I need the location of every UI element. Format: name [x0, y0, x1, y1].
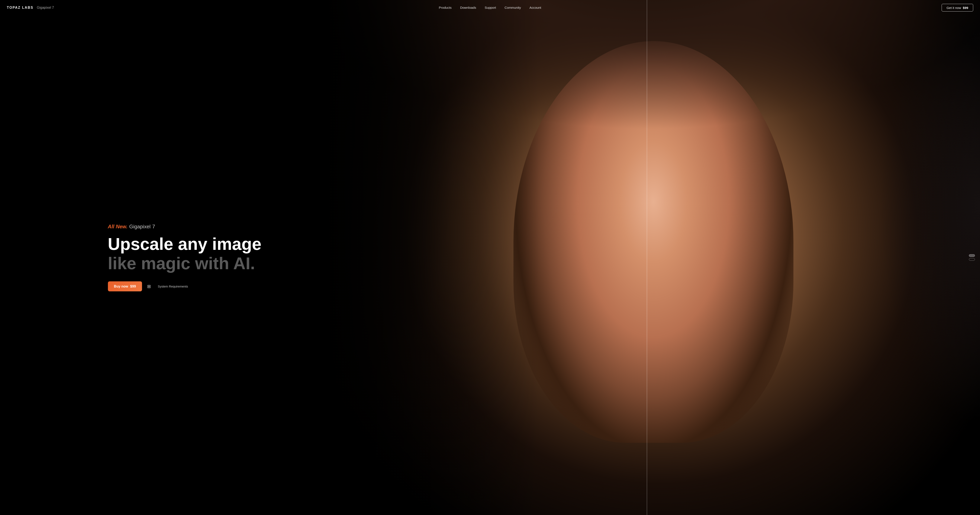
hero-content: All New. Gigapixel 7 Upscale any image l…: [0, 223, 261, 292]
buy-now-button[interactable]: Buy now $99: [108, 281, 142, 292]
navbar-nav: Products Downloads Support Community Acc…: [439, 6, 541, 10]
scroll-dot-2[interactable]: [969, 258, 975, 261]
nav-link-products[interactable]: Products: [439, 6, 452, 10]
before-after-divider: [647, 0, 647, 515]
system-requirements-link[interactable]: System Requirements: [158, 285, 188, 288]
cta-label: Get it now: [947, 6, 961, 10]
navbar-right: Get it now $99: [942, 4, 974, 12]
hero-cta-row: Buy now $99 ⊞ System Requirements: [108, 281, 261, 292]
scroll-indicators: [969, 254, 975, 261]
windows-icon: ⊞: [147, 284, 151, 289]
cta-price: $99: [963, 6, 968, 10]
nav-link-downloads[interactable]: Downloads: [460, 6, 476, 10]
hero-section: All New. Gigapixel 7 Upscale any image l…: [0, 0, 980, 515]
hero-headline-2: like magic with AI.: [108, 254, 261, 273]
get-it-now-button[interactable]: Get it now $99: [942, 4, 974, 12]
buy-label: Buy now: [114, 285, 128, 288]
nav-link-support[interactable]: Support: [485, 6, 496, 10]
nav-link-community[interactable]: Community: [504, 6, 521, 10]
nav-item-support[interactable]: Support: [485, 6, 496, 10]
navbar: TOPAZ LABS Gigapixel 7 Products Download…: [0, 0, 980, 15]
buy-price: $99: [130, 285, 136, 288]
os-icons: ⊞: [147, 284, 153, 289]
nav-item-products[interactable]: Products: [439, 6, 452, 10]
hero-badge-new: All New.: [108, 223, 127, 230]
navbar-brand: TOPAZ LABS Gigapixel 7: [7, 6, 54, 10]
nav-item-community[interactable]: Community: [504, 6, 521, 10]
nav-link-account[interactable]: Account: [530, 6, 541, 10]
nav-item-downloads[interactable]: Downloads: [460, 6, 476, 10]
nav-item-account[interactable]: Account: [530, 6, 541, 10]
hero-badge-number: 7: [152, 223, 155, 230]
hero-badge-product: Gigapixel: [129, 223, 151, 230]
brand-product: Gigapixel 7: [37, 6, 54, 10]
hero-badge: All New. Gigapixel 7: [108, 223, 261, 230]
scroll-dot-1[interactable]: [969, 254, 975, 257]
brand-name: TOPAZ LABS: [7, 6, 33, 10]
hero-headline-1: Upscale any image: [108, 235, 261, 254]
